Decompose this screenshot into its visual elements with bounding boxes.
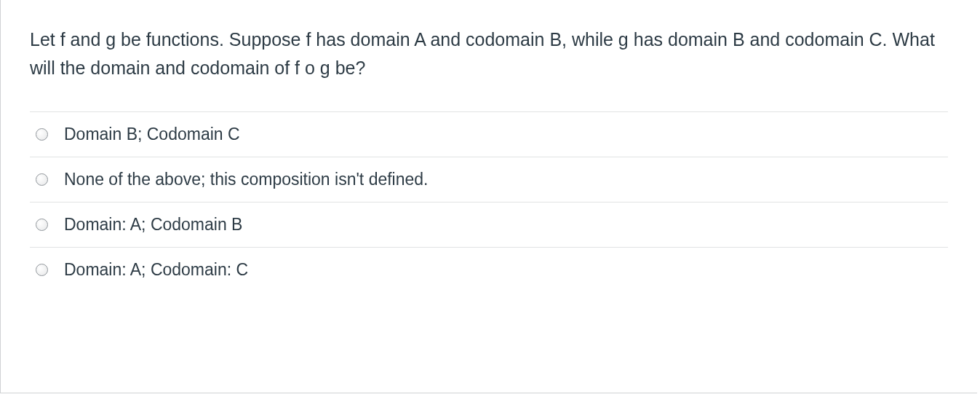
option-label: Domain B; Codomain C <box>64 125 240 144</box>
question-container: Let f and g be functions. Suppose f has … <box>0 0 977 393</box>
radio-option-1[interactable] <box>36 128 48 141</box>
radio-option-4[interactable] <box>36 264 48 276</box>
question-text: Let f and g be functions. Suppose f has … <box>30 25 948 82</box>
option-row[interactable]: None of the above; this composition isn'… <box>30 157 948 202</box>
radio-option-2[interactable] <box>36 173 48 186</box>
option-label: Domain: A; Codomain B <box>64 215 242 235</box>
option-row[interactable]: Domain: A; Codomain: C <box>30 247 948 292</box>
option-label: None of the above; this composition isn'… <box>64 170 428 189</box>
radio-option-3[interactable] <box>36 219 48 231</box>
options-list: Domain B; Codomain C None of the above; … <box>30 111 948 292</box>
option-row[interactable]: Domain: A; Codomain B <box>30 202 948 247</box>
option-label: Domain: A; Codomain: C <box>64 260 248 280</box>
option-row[interactable]: Domain B; Codomain C <box>30 111 948 157</box>
